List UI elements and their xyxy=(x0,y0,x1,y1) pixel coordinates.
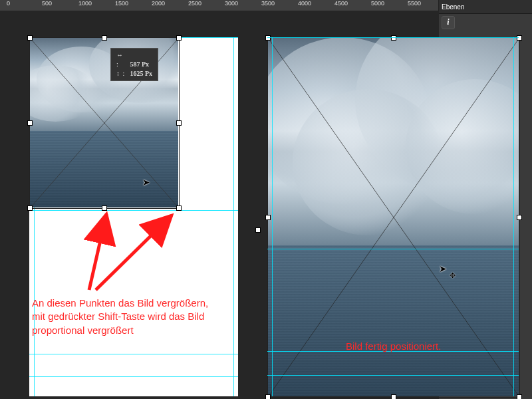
width-value: 587 Px xyxy=(130,61,150,68)
guide-v[interactable] xyxy=(272,37,273,396)
cursor-arrow-icon: ➤ xyxy=(439,263,447,274)
ruler-tick-label: 5000 xyxy=(371,0,384,7)
svg-line-3 xyxy=(96,215,172,290)
annotation-line: An diesen Punkten das Bild vergrößern, xyxy=(32,297,235,310)
guide-h[interactable] xyxy=(267,37,519,38)
handle-nw[interactable] xyxy=(27,35,33,41)
panel-tabs[interactable]: Ebenen xyxy=(439,0,532,14)
ruler-tick-label: 2500 xyxy=(188,0,201,7)
ruler-tick-label: 5500 xyxy=(408,0,421,7)
ruler-horizontal[interactable]: 0 500 1000 1500 2000 2500 3000 3500 4000… xyxy=(0,0,439,11)
ruler-tick-label: 500 xyxy=(42,0,52,7)
handle-n[interactable] xyxy=(391,35,396,41)
handle-w[interactable] xyxy=(265,215,271,220)
handle-ne[interactable] xyxy=(176,35,182,41)
ruler-tick-label: 1000 xyxy=(78,0,92,7)
width-label: ↔ : xyxy=(116,51,128,69)
canvas-workspace[interactable]: ↔ : 587 Px ↕ : 1625 Px ➤ An diesen Punkt… xyxy=(0,11,439,399)
handle-ne[interactable] xyxy=(517,35,522,41)
handle-s[interactable] xyxy=(102,205,107,211)
document-left[interactable]: ↔ : 587 Px ↕ : 1625 Px ➤ An diesen Punkt… xyxy=(29,37,238,396)
cursor-arrow-icon: ➤ xyxy=(142,177,150,188)
tab-ebenen[interactable]: Ebenen xyxy=(442,3,464,11)
annotation-right: Bild fertig positioniert. xyxy=(346,340,441,353)
svg-line-2 xyxy=(89,214,106,290)
handle-sw[interactable] xyxy=(265,394,271,399)
annotation-line: mit gedrückter Shift-Taste wird das Bild xyxy=(32,310,235,323)
height-label: ↕ : xyxy=(116,69,128,78)
ruler-tick-label: 0 xyxy=(7,0,10,7)
height-value: 1625 Px xyxy=(130,70,153,77)
transform-size-tooltip: ↔ : 587 Px ↕ : 1625 Px xyxy=(110,48,158,81)
handle-e[interactable] xyxy=(517,215,522,220)
handle-w[interactable] xyxy=(27,120,33,126)
guide-h[interactable] xyxy=(267,249,519,249)
cursor-move-icon: ✥ xyxy=(450,271,456,280)
guide-h[interactable] xyxy=(29,210,238,211)
handle-s[interactable] xyxy=(391,394,396,399)
handle-se[interactable] xyxy=(176,205,182,211)
guide-v[interactable] xyxy=(513,37,514,396)
guide-h[interactable] xyxy=(29,354,238,354)
handle-sw[interactable] xyxy=(27,205,33,211)
handle-e[interactable] xyxy=(176,120,182,126)
ruler-tick-label: 3500 xyxy=(261,0,275,7)
handle-n[interactable] xyxy=(102,35,107,41)
guide-v[interactable] xyxy=(233,37,234,396)
annotation-left: An diesen Punkten das Bild vergrößern, m… xyxy=(32,297,235,337)
ruler-tick-label: 2000 xyxy=(152,0,165,7)
guide-h[interactable] xyxy=(267,375,519,376)
ruler-tick-label: 4500 xyxy=(334,0,348,7)
document-right[interactable]: ➤ ✥ Bild fertig positioniert. xyxy=(267,37,519,396)
guide-h[interactable] xyxy=(29,376,238,377)
ruler-tick-label: 1500 xyxy=(115,0,128,7)
handle-se[interactable] xyxy=(517,394,522,399)
handle-mid[interactable] xyxy=(255,227,261,233)
annotation-line: proportional vergrößert xyxy=(32,324,235,337)
ruler-tick-label: 3000 xyxy=(225,0,238,7)
ruler-tick-label: 4000 xyxy=(298,0,311,7)
handle-nw[interactable] xyxy=(265,35,271,41)
info-icon[interactable]: i xyxy=(442,16,455,29)
